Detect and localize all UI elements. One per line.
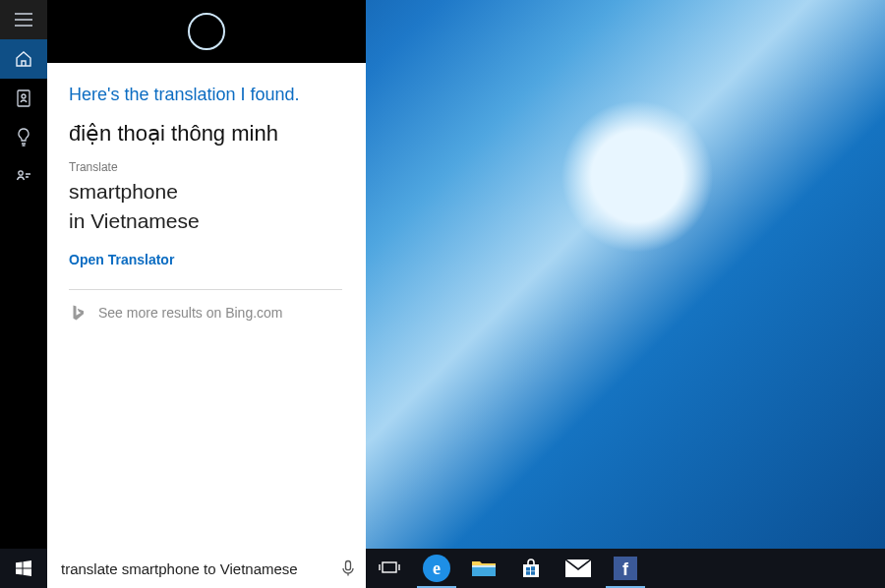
mail-icon xyxy=(565,559,591,577)
taskbar-search-box[interactable] xyxy=(47,549,366,588)
svg-rect-6 xyxy=(526,567,530,571)
bing-more-row[interactable]: See more results on Bing.com xyxy=(69,304,342,322)
feedback-icon xyxy=(15,168,32,186)
svg-rect-8 xyxy=(526,571,530,575)
edge-button[interactable]: e xyxy=(413,549,460,588)
rail-tips-button[interactable] xyxy=(0,118,47,157)
target-language: in Vietnamese xyxy=(69,209,342,233)
edge-icon: e xyxy=(423,555,450,582)
svg-rect-7 xyxy=(531,566,535,570)
start-button[interactable] xyxy=(0,549,47,588)
svg-rect-5 xyxy=(472,565,496,567)
file-explorer-icon xyxy=(471,559,497,578)
divider xyxy=(69,289,342,290)
translate-label: Translate xyxy=(69,160,342,174)
svg-rect-9 xyxy=(531,571,535,575)
task-view-icon xyxy=(379,560,400,576)
hamburger-menu-button[interactable] xyxy=(0,0,47,39)
microphone-icon[interactable] xyxy=(338,559,358,578)
facebook-icon: f xyxy=(614,557,637,580)
rail-notebook-button[interactable] xyxy=(0,79,47,118)
store-button[interactable] xyxy=(507,549,555,588)
cortana-rail xyxy=(0,0,47,549)
svg-point-1 xyxy=(22,94,26,98)
svg-point-2 xyxy=(19,171,23,175)
taskbar: e f xyxy=(0,549,885,588)
cortana-header xyxy=(47,0,366,63)
svg-rect-4 xyxy=(383,562,396,572)
store-icon xyxy=(520,558,542,579)
cortana-panel: Here's the translation I found. điện tho… xyxy=(0,0,366,549)
bing-icon xyxy=(69,304,87,322)
mail-button[interactable] xyxy=(555,549,602,588)
lightbulb-icon xyxy=(16,128,31,147)
search-input[interactable] xyxy=(59,559,338,578)
rail-feedback-button[interactable] xyxy=(0,157,47,197)
cortana-ring-icon xyxy=(188,13,225,50)
windows-logo-icon xyxy=(16,560,31,576)
facebook-button[interactable]: f xyxy=(602,549,649,588)
cortana-result-body: Here's the translation I found. điện tho… xyxy=(47,63,366,549)
hamburger-icon xyxy=(15,13,32,27)
open-translator-link[interactable]: Open Translator xyxy=(69,252,174,267)
task-view-button[interactable] xyxy=(366,549,413,588)
bing-more-label: See more results on Bing.com xyxy=(98,305,283,321)
notebook-icon xyxy=(16,89,31,107)
rail-home-button[interactable] xyxy=(0,39,47,79)
translation-result: điện thoại thông minh xyxy=(69,121,342,147)
source-word: smartphone xyxy=(69,180,342,204)
svg-rect-3 xyxy=(346,561,351,570)
file-explorer-button[interactable] xyxy=(460,549,507,588)
result-headline: Here's the translation I found. xyxy=(69,85,342,105)
cortana-content-column: Here's the translation I found. điện tho… xyxy=(47,0,366,549)
home-icon xyxy=(15,50,32,68)
